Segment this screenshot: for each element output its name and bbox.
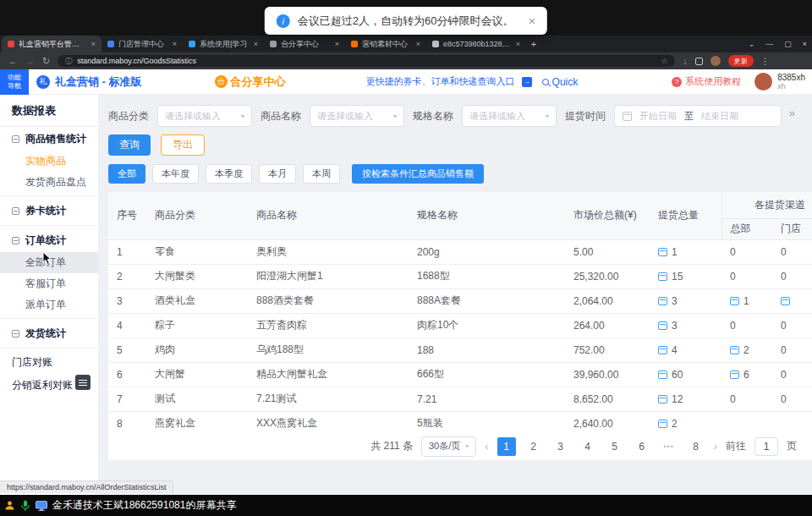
sidebar-item-shipping-stats[interactable]: 发货统计 [0, 321, 98, 345]
app-header: 功能 导航 礼 礼盒营销 - 标准版 合 合分享中心 更快捷的券卡、订单和快递查… [0, 69, 812, 95]
range-tab-week[interactable]: 本周 [303, 164, 340, 184]
new-tab-button[interactable]: + [526, 36, 541, 52]
pickup-icon[interactable] [730, 346, 739, 354]
pickup-icon[interactable] [658, 371, 667, 379]
sidebar-item-shipment-inventory[interactable]: 发货商品盘点 [0, 172, 98, 193]
url-field[interactable]: ⓘ standard.maboy.cn/GoodsStatistics ☆ [58, 55, 675, 67]
browser-tab[interactable]: 合分享中心 × [264, 36, 345, 52]
prev-page-icon[interactable]: ‹ [485, 440, 488, 453]
name-select[interactable]: 请选择或输入 ▾ [310, 105, 404, 127]
range-tab-year[interactable]: 本年度 [152, 164, 199, 184]
function-nav-button[interactable]: 功能 导航 [0, 69, 29, 95]
sidebar-item-goods-sales-stats[interactable]: 商品销售统计 [0, 127, 98, 151]
bookmark-star-icon[interactable]: ☆ [661, 57, 667, 65]
tab-title: 营销素材中心 [362, 39, 412, 50]
search-button[interactable]: 查询 [108, 134, 151, 156]
next-page-icon[interactable]: › [714, 440, 717, 453]
browser-profile-avatar[interactable] [710, 56, 721, 66]
spec-select[interactable]: 请选择或输入 ▾ [462, 105, 557, 127]
sidebar-item-order-stats[interactable]: 订单统计 [0, 228, 98, 252]
browser-menu-icon[interactable]: ⋮ [761, 57, 770, 66]
pickup-icon[interactable] [781, 297, 790, 305]
back-icon[interactable]: ← [8, 56, 18, 66]
toast-close-icon[interactable]: × [528, 14, 535, 28]
url-text: standard.maboy.cn/GoodsStatistics [77, 57, 656, 65]
window-close-icon[interactable]: × [803, 40, 807, 48]
browser-window: 礼盒营销平台管理中心 × 门店管理中心 × 系统使用|学习 × 合分享中心 × … [0, 36, 812, 495]
tutorial-link[interactable]: 系统使用教程 [685, 75, 741, 88]
qty-value: 3 [672, 295, 678, 307]
sidebar-item-physical-goods[interactable]: 实物商品 [0, 151, 98, 172]
tab-close-icon[interactable]: × [516, 40, 520, 48]
pickup-icon[interactable] [658, 248, 667, 256]
sidebar-item-label: 客服订单 [25, 277, 66, 291]
date-range-picker[interactable]: 开始日期 至 结束日期 [614, 105, 782, 127]
sidebar-item-dispatch-orders[interactable]: 派单订单 [0, 294, 98, 316]
tab-close-icon[interactable]: × [254, 40, 258, 48]
tab-close-icon[interactable]: × [91, 40, 96, 48]
share-center-link[interactable]: 合分享中心 [231, 74, 286, 90]
extensions-icon[interactable] [695, 58, 703, 65]
range-tab-quarter[interactable]: 本季度 [206, 164, 252, 184]
quick-entry-icon[interactable]: → [522, 77, 532, 87]
pickup-icon[interactable] [658, 420, 667, 428]
pickup-icon[interactable] [730, 297, 739, 305]
cell-qty: 15 [650, 264, 721, 288]
page-number[interactable]: 8 [687, 437, 705, 456]
quick-search-link[interactable]: Quick [552, 76, 579, 88]
tab-search-icon[interactable]: ⌄ [749, 40, 755, 48]
pickup-icon[interactable] [658, 321, 667, 330]
sidebar-item-card-stats[interactable]: 券卡统计 [0, 199, 98, 222]
user-avatar[interactable] [754, 73, 772, 91]
browser-tab[interactable]: e8c573980b1328a258fd2e6l × [426, 36, 526, 52]
site-info-icon[interactable]: ⓘ [65, 57, 72, 66]
cell-category: 大闸蟹类 [146, 264, 248, 288]
cell-name: XXX燕窝礼盒 [248, 411, 409, 432]
page-number[interactable]: 4 [579, 437, 597, 456]
tab-close-icon[interactable]: × [173, 40, 177, 48]
pickup-icon[interactable] [658, 272, 667, 281]
pickup-icon[interactable] [658, 297, 667, 305]
collapse-filters-icon[interactable]: » [789, 107, 795, 119]
download-icon[interactable]: ↓ [683, 56, 688, 66]
pickup-icon[interactable] [730, 371, 739, 379]
search-icon[interactable] [542, 79, 549, 85]
range-tab-month[interactable]: 本月 [259, 164, 296, 184]
range-tab-all[interactable]: 全部 [108, 164, 145, 184]
tab-close-icon[interactable]: × [416, 40, 420, 48]
store-value: 0 [781, 344, 787, 356]
pickup-icon[interactable] [658, 346, 667, 354]
browser-tab[interactable]: 营销素材中心 × [345, 36, 426, 52]
per-page-select[interactable]: 30条/页 ▾ [421, 436, 476, 457]
store-value: 0 [781, 271, 787, 283]
share-bar-text: 金禾通技术王斌18662591081的屏幕共享 [52, 498, 236, 513]
qty-value: 15 [672, 271, 683, 283]
page-number[interactable]: 6 [633, 437, 651, 456]
table-card: 序号 商品分类 商品名称 规格名称 市场价总额(¥) 提货总量 各提货渠道 总部… [108, 192, 812, 460]
sidebar-item-store-reconciliation[interactable]: 门店对账 [0, 351, 98, 374]
page-number[interactable]: 5 [606, 437, 624, 456]
browser-update-button[interactable]: 更新 [728, 55, 754, 67]
pickup-icon[interactable] [658, 395, 667, 403]
goto-page-input[interactable] [754, 437, 778, 456]
page-number[interactable]: 3 [551, 437, 570, 456]
page-number[interactable]: 2 [524, 437, 543, 456]
forward-icon[interactable]: → [25, 56, 35, 66]
cell-price: 752.00 [565, 338, 650, 362]
header-spec: 规格名称 [409, 192, 565, 239]
category-select[interactable]: 请选择或输入 ▾ [157, 105, 252, 127]
summary-button[interactable]: 按检索条件汇总商品销售额 [352, 164, 484, 184]
browser-tab-active[interactable]: 礼盒营销平台管理中心 × [2, 36, 102, 52]
sidebar-item-all-orders[interactable]: 全部订单 [0, 252, 98, 273]
sidebar-collapse-toggle[interactable] [75, 375, 91, 390]
window-maximize-icon[interactable]: ▢ [784, 40, 792, 48]
browser-tab[interactable]: 系统使用|学习 × [183, 36, 264, 52]
page-number[interactable]: 1 [497, 437, 516, 456]
sidebar-item-service-orders[interactable]: 客服订单 [0, 273, 98, 294]
browser-tab[interactable]: 门店管理中心 × [102, 36, 183, 52]
window-minimize-icon[interactable]: — [765, 40, 773, 48]
export-button[interactable]: 导出 [161, 134, 205, 156]
tab-title: 合分享中心 [281, 39, 331, 50]
reload-icon[interactable]: ↻ [42, 56, 50, 67]
tab-close-icon[interactable]: × [335, 40, 339, 48]
